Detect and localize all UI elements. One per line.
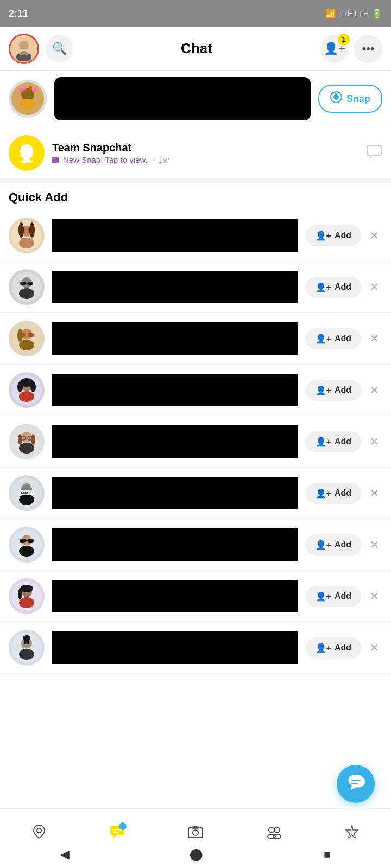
story-avatar [9,80,47,118]
add-person-icon: 👤+ [316,282,331,292]
avatar: MASK [9,475,45,511]
name-redacted [52,374,298,406]
dismiss-button[interactable]: ✕ [367,535,382,554]
avatar [9,321,45,356]
svg-point-38 [17,381,23,392]
svg-point-24 [19,288,34,299]
list-item: 👤+ Add ✕ [0,365,391,416]
avatar [9,372,45,408]
svg-rect-26 [28,282,33,285]
svg-rect-56 [28,539,34,542]
back-button[interactable]: ◀ [44,843,86,866]
status-icons: 📶 LTE LTE 🔋 [325,9,382,19]
quick-add-actions: 👤+ Add ✕ [306,483,382,504]
dismiss-button[interactable]: ✕ [367,226,382,245]
add-button[interactable]: 👤+ Add [306,534,361,556]
spotlight-icon [344,824,360,844]
dismiss-button[interactable]: ✕ [367,483,382,503]
story-item[interactable]: Snap [0,71,391,127]
svg-point-5 [20,51,28,55]
dismiss-button[interactable]: ✕ [367,277,382,297]
add-person-icon: 👤+ [316,488,331,499]
close-icon: ✕ [370,229,379,241]
svg-point-60 [19,597,34,608]
add-label: Add [335,385,351,395]
name-redacted [52,631,298,664]
header-title: Chat [181,40,212,57]
close-icon: ✕ [370,384,379,396]
add-person-icon: 👤+ [316,540,331,550]
svg-marker-79 [346,825,358,838]
svg-point-10 [23,86,27,90]
team-snap-text: New Snap! Tap to view. [63,155,148,164]
svg-rect-16 [367,145,381,155]
add-button[interactable]: 👤+ Add [306,225,361,246]
compose-fab[interactable] [337,765,375,803]
svg-rect-25 [20,282,26,285]
compose-icon [346,773,365,795]
svg-point-8 [20,99,35,110]
name-redacted [52,528,298,561]
svg-rect-15 [335,93,338,94]
svg-point-21 [29,222,35,238]
add-button[interactable]: 👤+ Add [306,380,361,401]
header: 🔍 Chat 👤+ 1 ••• [0,27,391,71]
quick-add-actions: 👤+ Add ✕ [306,431,382,452]
avatar [9,424,45,459]
svg-point-61 [20,585,33,592]
add-person-icon: 👤+ [316,231,331,241]
avatar [9,527,45,563]
add-button[interactable]: 👤+ Add [306,328,361,349]
quick-add-actions: 👤+ Add ✕ [306,586,382,607]
search-button[interactable]: 🔍 [46,35,73,62]
team-snap-time: 1w [159,155,169,164]
status-time: 2:11 [9,8,28,20]
dismiss-button[interactable]: ✕ [367,329,382,348]
svg-point-76 [274,827,280,833]
add-button[interactable]: 👤+ Add [306,277,361,298]
svg-point-41 [21,432,32,443]
quick-add-actions: 👤+ Add ✕ [306,637,382,659]
dismiss-button[interactable]: ✕ [367,638,382,658]
stories-icon [266,824,282,844]
add-label: Add [335,591,351,601]
team-snapchat-subtitle: New Snap! Tap to view. · 1w [52,155,358,165]
list-item: 👤+ Add ✕ [0,261,391,313]
dismiss-button[interactable]: ✕ [367,432,382,451]
avatar [9,269,45,305]
snap-button[interactable]: Snap [318,85,382,113]
add-button[interactable]: 👤+ Add [306,483,361,504]
svg-point-78 [273,834,281,839]
add-button[interactable]: 👤+ Add [306,586,361,607]
team-snapchat-item[interactable]: Team Snapchat New Snap! Tap to view. · 1… [0,127,391,183]
more-button[interactable]: ••• [354,35,382,63]
name-redacted [52,425,298,458]
svg-rect-71 [113,832,118,833]
svg-point-73 [193,830,198,835]
user-avatar[interactable] [9,34,39,64]
add-button[interactable]: 👤+ Add [306,637,361,659]
dismiss-button[interactable]: ✕ [367,586,382,606]
home-icon: ⬤ [190,847,203,861]
story-content-redacted [54,77,311,120]
home-button[interactable]: ⬤ [173,843,219,866]
add-button[interactable]: 👤+ Add [306,431,361,452]
svg-point-19 [19,238,34,248]
dot-separator: · [152,155,154,165]
dismiss-button[interactable]: ✕ [367,380,382,400]
purple-indicator [52,157,59,163]
status-bar: 2:11 📶 LTE LTE 🔋 [0,0,391,27]
more-icon: ••• [362,42,374,56]
chat-bubble-icon [366,143,382,163]
recents-button[interactable]: ■ [307,843,347,866]
back-icon: ◀ [60,847,70,861]
add-person-icon: 👤+ [316,437,331,447]
bluetooth-icon: 📶 [325,9,336,19]
avatar [9,630,45,666]
quick-add-actions: 👤+ Add ✕ [306,328,382,349]
svg-point-65 [19,649,34,660]
svg-point-11 [29,86,32,90]
svg-rect-32 [28,333,34,337]
add-friend-button[interactable]: 👤+ 1 [320,35,349,63]
svg-text:MASK: MASK [21,491,33,495]
